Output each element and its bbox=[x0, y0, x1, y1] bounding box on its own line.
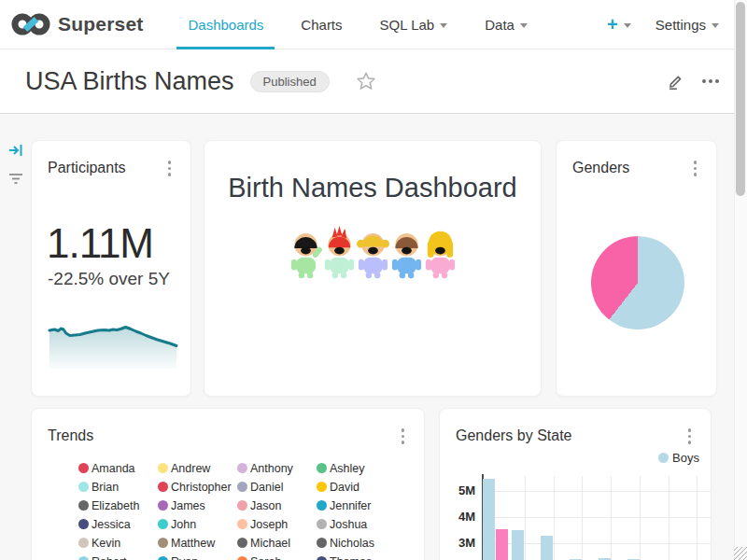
legend-dot bbox=[237, 463, 247, 473]
legend-item-matthew[interactable]: Matthew bbox=[158, 537, 237, 550]
legend-dot bbox=[237, 519, 247, 529]
legend-item-jennifer[interactable]: Jennifer bbox=[317, 499, 396, 512]
legend-label: Andrew bbox=[171, 462, 210, 475]
legend-item-nicholas[interactable]: Nicholas bbox=[317, 537, 396, 550]
legend-item-amanda[interactable]: Amanda bbox=[78, 462, 158, 475]
legend-item-thomas[interactable]: Thomas bbox=[317, 555, 396, 560]
bar-3 bbox=[541, 536, 553, 560]
participants-card: Participants 1.11M -22.5% over 5Y bbox=[31, 140, 191, 397]
favorite-star-icon[interactable] bbox=[356, 71, 376, 91]
participants-subheader: -22.5% over 5Y bbox=[48, 269, 190, 289]
kid-blonde-pink bbox=[424, 224, 457, 280]
legend-item-james[interactable]: James bbox=[158, 499, 237, 512]
top-navbar: Superset DashboardsChartsSQL LabData + S… bbox=[0, 0, 747, 49]
legend-dot bbox=[317, 500, 327, 511]
legend-label: Christopher bbox=[171, 481, 232, 494]
legend-item-kevin[interactable]: Kevin bbox=[78, 537, 158, 550]
brand-name: Superset bbox=[58, 13, 143, 35]
legend-item-daniel[interactable]: Daniel bbox=[237, 481, 317, 494]
legend-label: Kevin bbox=[92, 537, 120, 550]
legend-dot bbox=[158, 482, 168, 492]
legend-dot bbox=[317, 519, 327, 529]
legend-label: Matthew bbox=[171, 537, 215, 550]
legend-item-elizabeth[interactable]: Elizabeth bbox=[78, 499, 158, 512]
legend-item-david[interactable]: David bbox=[317, 481, 396, 494]
settings-label: Settings bbox=[655, 17, 706, 33]
published-badge[interactable]: Published bbox=[250, 71, 330, 92]
legend-label: Brian bbox=[92, 481, 119, 494]
legend-dot bbox=[158, 500, 168, 511]
legend-item-jessica[interactable]: Jessica bbox=[78, 518, 158, 531]
genders-by-state-bar-chart: 5M4M3M bbox=[440, 409, 712, 560]
legend-label: John bbox=[171, 518, 196, 531]
legend-item-brian[interactable]: Brian bbox=[78, 481, 158, 494]
chevron-down-icon bbox=[712, 23, 719, 28]
legend-item-sarah[interactable]: Sarah bbox=[237, 555, 317, 560]
new-item-button[interactable]: + bbox=[607, 15, 631, 34]
legend-label: Jason bbox=[250, 499, 281, 512]
legend-dot bbox=[158, 519, 168, 529]
legend-label: Ryan bbox=[171, 555, 198, 560]
trends-card: Trends AmandaAndrewAnthonyAshleyBrianChr… bbox=[31, 408, 425, 560]
legend-item-jason[interactable]: Jason bbox=[237, 499, 317, 512]
legend-dot bbox=[78, 482, 89, 492]
legend-dot bbox=[237, 500, 247, 511]
genders-card-title: Genders bbox=[572, 160, 629, 176]
kebab-menu-icon[interactable] bbox=[397, 426, 410, 447]
more-actions-icon[interactable] bbox=[698, 76, 723, 87]
bar-1 bbox=[496, 529, 508, 560]
legend-item-ashley[interactable]: Ashley bbox=[317, 462, 396, 475]
legend-label: Jessica bbox=[92, 518, 131, 531]
legend-item-andrew[interactable]: Andrew bbox=[158, 462, 237, 475]
genders-card: Genders bbox=[556, 140, 717, 397]
chevron-down-icon bbox=[440, 23, 447, 28]
participants-card-title: Participants bbox=[48, 160, 126, 176]
legend-item-joshua[interactable]: Joshua bbox=[317, 518, 396, 531]
y-axis-tick: 5M bbox=[440, 483, 475, 497]
dashboard-header: USA Births Names Published bbox=[0, 49, 747, 114]
legend-label: Jennifer bbox=[330, 499, 371, 512]
vertical-scrollbar-track[interactable] bbox=[734, 0, 747, 560]
nav-item-charts[interactable]: Charts bbox=[282, 0, 360, 49]
plus-icon: + bbox=[607, 15, 618, 34]
legend-label: Nicholas bbox=[330, 537, 374, 550]
legend-dot bbox=[78, 519, 89, 529]
legend-dot bbox=[158, 463, 168, 473]
superset-logo[interactable]: Superset bbox=[11, 11, 143, 37]
legend-item-anthony[interactable]: Anthony bbox=[237, 462, 317, 475]
filter-icon[interactable] bbox=[7, 170, 24, 190]
kid-red-hair-mint bbox=[323, 224, 356, 280]
vertical-scrollbar-thumb[interactable] bbox=[736, 2, 745, 196]
legend-label: Daniel bbox=[250, 481, 283, 494]
y-axis-tick: 3M bbox=[440, 536, 475, 550]
legend-label: David bbox=[330, 481, 359, 494]
legend-item-robert[interactable]: Robert bbox=[78, 555, 158, 560]
window-resize-grip[interactable] bbox=[734, 547, 747, 560]
legend-item-michael[interactable]: Michael bbox=[237, 537, 317, 550]
edit-pencil-icon[interactable] bbox=[665, 71, 685, 91]
legend-item-joseph[interactable]: Joseph bbox=[237, 518, 317, 531]
page-title: USA Births Names bbox=[25, 67, 234, 96]
nav-item-label: Charts bbox=[301, 17, 342, 33]
settings-menu[interactable]: Settings bbox=[655, 17, 719, 33]
nav-item-sql-lab[interactable]: SQL Lab bbox=[361, 0, 467, 49]
hero-title: Birth Names Dashboard bbox=[204, 173, 541, 203]
hero-card: Birth Names Dashboard bbox=[204, 140, 542, 397]
kebab-menu-icon[interactable] bbox=[163, 158, 176, 179]
legend-label: Amanda bbox=[92, 462, 135, 475]
superset-infinity-icon bbox=[11, 11, 50, 37]
expand-filter-bar-icon[interactable] bbox=[7, 142, 24, 162]
legend-item-ryan[interactable]: Ryan bbox=[158, 555, 237, 560]
legend-label: Ashley bbox=[330, 462, 365, 475]
legend-item-john[interactable]: John bbox=[158, 518, 237, 531]
trends-legend: AmandaAndrewAnthonyAshleyBrianChristophe… bbox=[78, 462, 424, 560]
nav-item-dashboards[interactable]: Dashboards bbox=[169, 0, 282, 49]
nav-item-data[interactable]: Data bbox=[466, 0, 546, 49]
legend-dot bbox=[317, 463, 327, 473]
genders-by-state-card: Genders by State Boys 5M4M3M bbox=[439, 408, 712, 560]
kebab-menu-icon[interactable] bbox=[689, 158, 702, 179]
legend-item-christopher[interactable]: Christopher bbox=[158, 481, 237, 494]
nav-item-label: SQL Lab bbox=[380, 17, 435, 33]
legend-dot bbox=[317, 556, 327, 560]
legend-label: Thomas bbox=[330, 555, 372, 560]
